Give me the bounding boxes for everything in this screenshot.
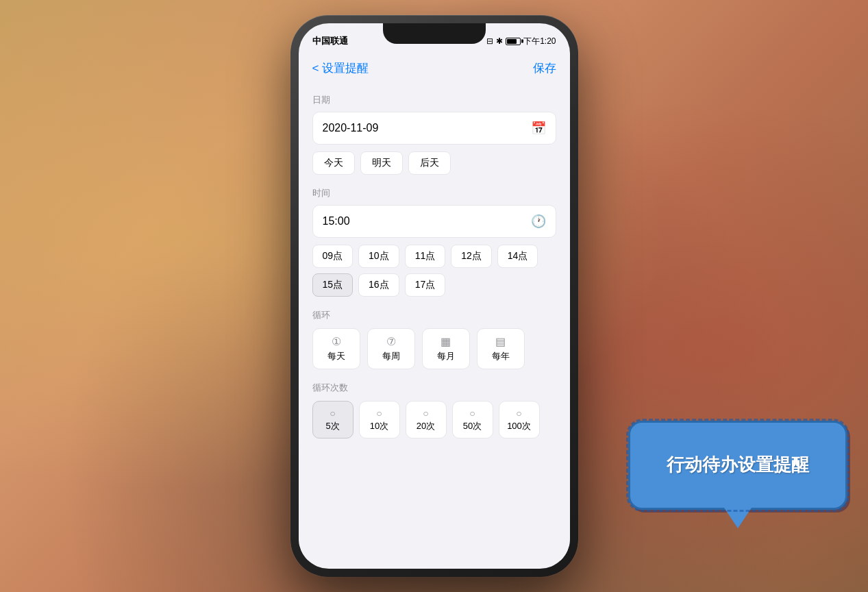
cycle-yearly-button[interactable]: ▤ 每年 <box>477 328 525 369</box>
phone-notch <box>383 23 486 44</box>
time-15-button[interactable]: 15点 <box>312 273 354 297</box>
count-100-icon: ○ <box>516 408 521 419</box>
count-5-label: 5次 <box>325 420 339 432</box>
yearly-icon: ▤ <box>495 335 506 348</box>
monthly-label: 每月 <box>437 350 455 362</box>
cycle-section: 循环 ① 每天 ⑦ 每周 ▦ 每月 <box>312 309 556 369</box>
date-section: 日期 2020-11-09 📅 今天 明天 后天 <box>312 94 556 175</box>
cycle-count-section: 循环次数 ○ 5次 ○ 10次 ○ 20次 <box>312 382 556 439</box>
time-label: 下午1:20 <box>523 36 556 47</box>
cycle-weekly-button[interactable]: ⑦ 每周 <box>367 328 415 369</box>
calendar-icon: 📅 <box>531 121 546 136</box>
count-20-button[interactable]: ○ 20次 <box>406 401 447 439</box>
cycle-count-label: 循环次数 <box>312 382 556 394</box>
time-09-button[interactable]: 09点 <box>312 245 354 268</box>
day-after-button[interactable]: 后天 <box>408 151 451 175</box>
bubble-border <box>626 419 850 512</box>
time-10-button[interactable]: 10点 <box>358 245 399 268</box>
time-17-button[interactable]: 17点 <box>405 273 446 297</box>
cast-icon: ⊟ <box>486 36 493 46</box>
phone-body: 中国联通 ⊟ ✱ 下午1:20 < 设置提醒 保存 <box>290 15 578 577</box>
count-100-button[interactable]: ○ 100次 <box>499 401 540 439</box>
count-10-button[interactable]: ○ 10次 <box>359 401 400 439</box>
weekly-icon: ⑦ <box>386 335 396 348</box>
count-5-button[interactable]: ○ 5次 <box>312 401 354 439</box>
cycle-monthly-button[interactable]: ▦ 每月 <box>422 328 470 369</box>
count-50-label: 50次 <box>463 420 482 432</box>
phone-screen: 中国联通 ⊟ ✱ 下午1:20 < 设置提醒 保存 <box>299 23 570 569</box>
count-100-label: 100次 <box>507 420 531 432</box>
date-quick-buttons: 今天 明天 后天 <box>312 151 556 175</box>
time-14-button[interactable]: 14点 <box>497 245 538 268</box>
date-label: 日期 <box>312 94 556 106</box>
clock-icon: 🕐 <box>531 214 546 229</box>
back-label: < 设置提醒 <box>312 60 369 76</box>
time-11-button[interactable]: 11点 <box>405 245 446 268</box>
status-right: ⊟ ✱ 下午1:20 <box>486 36 556 47</box>
time-12-button[interactable]: 12点 <box>451 245 492 268</box>
nav-bar: < 设置提醒 保存 <box>299 53 570 83</box>
count-5-icon: ○ <box>330 408 335 419</box>
content-area: 日期 2020-11-09 📅 今天 明天 后天 时间 15:00 <box>299 83 570 560</box>
count-50-button[interactable]: ○ 50次 <box>452 401 493 439</box>
battery-icon <box>506 38 521 45</box>
speech-bubble: 行动待办设置提醒 <box>628 421 847 510</box>
count-20-label: 20次 <box>417 420 435 432</box>
today-button[interactable]: 今天 <box>312 151 355 175</box>
time-value: 15:00 <box>323 215 350 227</box>
time-quick-buttons: 09点 10点 11点 12点 14点 15点 16点 17点 <box>312 245 556 297</box>
cycle-label: 循环 <box>312 309 556 321</box>
count-50-icon: ○ <box>469 408 475 419</box>
date-value: 2020-11-09 <box>323 122 379 134</box>
cycle-daily-button[interactable]: ① 每天 <box>312 328 360 369</box>
count-10-icon: ○ <box>376 408 382 419</box>
cycle-count-buttons: ○ 5次 ○ 10次 ○ 20次 ○ 50次 <box>312 401 556 439</box>
carrier-label: 中国联通 <box>312 35 348 47</box>
time-input[interactable]: 15:00 🕐 <box>312 205 556 238</box>
save-button[interactable]: 保存 <box>533 60 556 76</box>
yearly-label: 每年 <box>492 350 510 362</box>
cycle-buttons: ① 每天 ⑦ 每周 ▦ 每月 ▤ 每年 <box>312 328 556 369</box>
back-button[interactable]: < 设置提醒 <box>312 60 369 76</box>
count-10-label: 10次 <box>370 420 388 432</box>
tomorrow-button[interactable]: 明天 <box>360 151 403 175</box>
count-20-icon: ○ <box>423 408 428 419</box>
bluetooth-icon: ✱ <box>496 36 503 46</box>
time-16-button[interactable]: 16点 <box>358 273 399 297</box>
daily-label: 每天 <box>327 350 345 362</box>
daily-icon: ① <box>332 335 341 348</box>
date-input[interactable]: 2020-11-09 📅 <box>312 112 556 145</box>
time-label: 时间 <box>312 187 556 199</box>
time-section: 时间 15:00 🕐 09点 10点 11点 12点 14点 15点 16点 1… <box>312 187 556 297</box>
weekly-label: 每周 <box>382 350 400 362</box>
phone-mockup: 中国联通 ⊟ ✱ 下午1:20 < 设置提醒 保存 <box>290 15 578 577</box>
monthly-icon: ▦ <box>441 335 451 348</box>
